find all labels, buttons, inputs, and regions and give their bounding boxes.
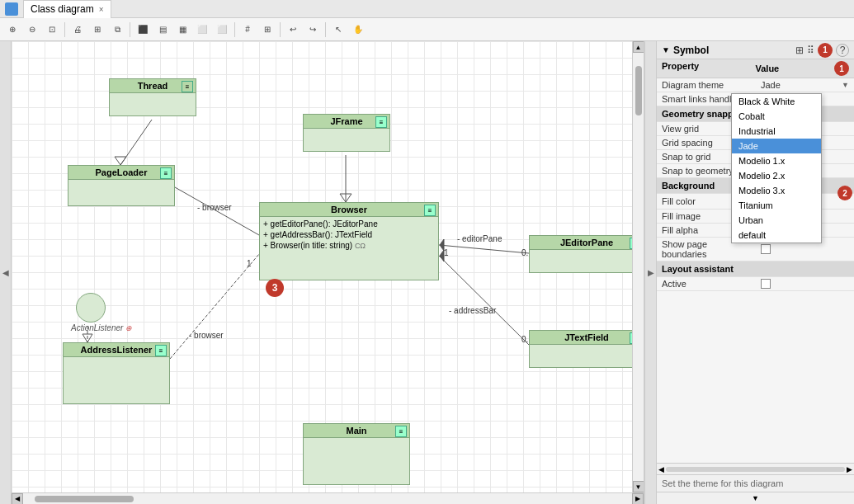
diagram-theme-select[interactable]: Jade ▼ [761, 80, 849, 90]
close-tab-button[interactable]: × [99, 5, 104, 14]
toolbar-sep-4 [280, 22, 281, 37]
canvas-area[interactable]: - browser - editorPane 1 0..1 1 - addres… [12, 41, 644, 504]
prop-label-active: Active [657, 277, 756, 291]
class-browser-icon: ≡ [424, 205, 436, 216]
class-jtextfield[interactable]: JTextField ≡ [529, 330, 644, 368]
class-pageloader-icon: ≡ [160, 167, 172, 179]
panel-content: Diagram theme Jade ▼ Smart links handle [657, 78, 854, 463]
panel-scroll-thumb[interactable] [666, 467, 845, 472]
grid-button[interactable]: # [238, 21, 257, 39]
main-layout: ◀ - browser - editorPane 1 0..1 1 - add [0, 41, 854, 504]
diagram-theme-current: Jade [761, 80, 781, 90]
class-jeditorpane[interactable]: JEditorPane ≡ [529, 235, 644, 273]
interface-actionlistener[interactable] [76, 293, 106, 323]
toolbar: ⊕ ⊖ ⊡ 🖨 ⊞ ⧉ ⬛ ▤ ▦ ⬜ ⬜ # ⊞ ↩ ↪ ↖ ✋ [0, 18, 854, 41]
browser-method-2: + getAddressBar(): JTextField [263, 229, 435, 240]
distribute-v-button[interactable]: ⬜ [213, 21, 231, 39]
dropdown-item-titanium[interactable]: Titanium [732, 198, 821, 213]
class-browser[interactable]: Browser ≡ + getEditorPane(): JEditorPane… [259, 202, 439, 280]
class-main-label: Main [346, 426, 366, 436]
panel-scroll-bar[interactable]: ◀ ▶ [657, 463, 854, 474]
annotation-1-value: 1 [834, 61, 849, 76]
dropdown-item-modelio2[interactable]: Modelio 2.x [732, 168, 821, 183]
prop-row-diagram-theme: Diagram theme Jade ▼ [657, 78, 854, 92]
right-panel-collapse[interactable]: ▶ [644, 41, 656, 504]
browser-method-3: + Browser(in title: string) CΩ [263, 240, 435, 251]
toolbar-sep-2 [130, 22, 130, 37]
pan-button[interactable]: ✋ [349, 21, 367, 39]
zoom-fit-button[interactable]: ⊡ [43, 21, 61, 39]
distribute-h-button[interactable]: ⬜ [193, 21, 211, 39]
dropdown-item-cobalt[interactable]: Cobalt [732, 109, 821, 124]
panel-grid-icon[interactable]: ⊞ [795, 45, 804, 56]
dropdown-item-urban[interactable]: Urban [732, 213, 821, 228]
redo-button[interactable]: ↪ [304, 21, 322, 39]
scroll-left-button[interactable]: ◀ [12, 493, 23, 505]
align-right-button[interactable]: ▦ [173, 21, 191, 39]
dropdown-item-default[interactable]: default [732, 228, 821, 243]
class-pageloader-label: PageLoader [96, 167, 148, 177]
dropdown-item-bw[interactable]: Black & White [732, 94, 821, 109]
scroll-hthumb[interactable] [35, 496, 134, 502]
panel-expand-arrow[interactable]: ▼ [662, 45, 670, 54]
dropdown-item-modelio3[interactable]: Modelio 3.x [732, 183, 821, 198]
panel-scroll-down-icon[interactable]: ▼ [752, 494, 759, 502]
zoom-in-button[interactable]: ⊕ [3, 21, 21, 39]
toolbar-sep-3 [234, 22, 235, 37]
panel-scroll-left[interactable]: ◀ [658, 465, 664, 473]
show-page-boundaries-checkbox[interactable] [761, 244, 771, 254]
prop-row-active: Active [657, 277, 854, 291]
class-thread-label: Thread [138, 81, 168, 91]
section-layout-label: Layout assistant [657, 261, 854, 277]
panel-title: Symbol [673, 45, 709, 56]
copy-button[interactable]: ⧉ [108, 21, 126, 39]
undo-button[interactable]: ↩ [284, 21, 302, 39]
class-browser-label: Browser [331, 205, 367, 214]
class-jeditorpane-label: JEditorPane [560, 238, 613, 247]
help-icon[interactable]: ? [836, 44, 849, 57]
class-thread[interactable]: Thread ≡ [109, 78, 196, 116]
class-pageloader[interactable]: PageLoader ≡ [68, 165, 175, 206]
zoom-out-button[interactable]: ⊖ [23, 21, 41, 39]
dropdown-item-industrial[interactable]: Industrial [732, 124, 821, 139]
canvas-vscrollbar[interactable]: ▲ ▼ [632, 41, 644, 492]
class-addresslistener-icon: ≡ [155, 345, 167, 356]
select-button[interactable]: ↖ [329, 21, 347, 39]
scroll-vthumb[interactable] [635, 66, 642, 115]
class-main-icon: ≡ [395, 426, 407, 437]
snap-button[interactable]: ⊞ [258, 21, 276, 39]
class-thread-icon: ≡ [182, 81, 193, 92]
canvas-hscrollbar[interactable]: ◀ ▶ [12, 492, 644, 504]
left-panel-collapse[interactable]: ◀ [0, 41, 12, 504]
active-checkbox[interactable] [761, 279, 771, 289]
toolbar-sep-1 [64, 22, 65, 37]
dropdown-item-modelio1[interactable]: Modelio 1.x [732, 153, 821, 168]
section-layout-assistant: Layout assistant [657, 261, 854, 277]
panel-status: Set the theme for this diagram [657, 474, 854, 492]
align-center-button[interactable]: ▤ [153, 21, 172, 39]
prop-label-diagram-theme: Diagram theme [657, 78, 756, 92]
panel-scroll-right[interactable]: ▶ [847, 465, 852, 473]
class-jframe-label: JFrame [330, 116, 362, 126]
scroll-down-button[interactable]: ▼ [633, 481, 644, 492]
align-left-button[interactable]: ⬛ [134, 21, 152, 39]
scroll-up-button[interactable]: ▲ [633, 41, 644, 53]
class-addresslistener[interactable]: AddressListener ≡ [63, 342, 170, 404]
class-jframe[interactable]: JFrame ≡ [303, 114, 390, 152]
panel-bottom-arrow[interactable]: ▼ [657, 492, 854, 504]
export-button[interactable]: ⊞ [88, 21, 106, 39]
panel-dots-icon[interactable]: ⠿ [807, 45, 814, 56]
scroll-right-button[interactable]: ▶ [632, 493, 644, 505]
annotation-3: 3 [266, 279, 284, 297]
annotation-1[interactable]: 1 [818, 43, 833, 58]
property-col-header: Property [662, 61, 756, 76]
class-addresslistener-label: AddressListener [81, 345, 153, 355]
toolbar-sep-5 [325, 22, 326, 37]
prop-value-diagram-theme[interactable]: Jade ▼ [756, 78, 854, 92]
class-jframe-icon: ≡ [375, 116, 387, 128]
print-button[interactable]: 🖨 [68, 21, 87, 39]
diagram-tab[interactable]: Class diagram × [23, 0, 111, 18]
class-main[interactable]: Main ≡ [303, 423, 410, 485]
diagram-theme-dropdown[interactable]: Black & White Cobalt Industrial Jade Mod… [731, 93, 822, 243]
dropdown-item-jade[interactable]: Jade [732, 139, 821, 153]
